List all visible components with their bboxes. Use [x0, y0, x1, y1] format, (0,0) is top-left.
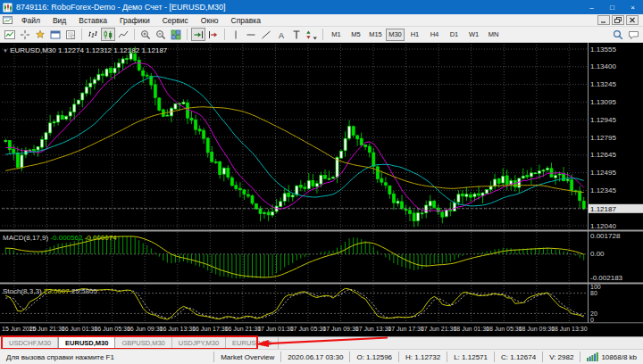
- arrows-icon: [305, 29, 318, 40]
- toolbar-separator: [187, 29, 188, 40]
- svg-text:80: 80: [590, 290, 597, 296]
- svg-text:1.13555: 1.13555: [590, 46, 616, 54]
- status-datetime: 2020.06.17 03:30: [280, 352, 349, 362]
- chart-tab-bar: USDCHF,M30 EURUSD,M30 GBPUSD,M30 USDJPY,…: [0, 336, 643, 349]
- svg-text:1.12645: 1.12645: [590, 151, 616, 159]
- mdi-close-button[interactable]: [626, 15, 639, 25]
- bar-chart-button[interactable]: [86, 28, 100, 41]
- arrows-button[interactable]: [305, 28, 319, 41]
- svg-text:16 Jun 21:30: 16 Jun 21:30: [225, 326, 262, 332]
- status-market-overview: Market Overview: [213, 352, 280, 362]
- horizontal-line-button[interactable]: [244, 28, 258, 41]
- chat-icon: [628, 29, 639, 40]
- timeframe-m1-button[interactable]: M1: [327, 29, 346, 41]
- menu-view[interactable]: Вид: [46, 14, 72, 26]
- tab-eurusd-m30[interactable]: EURUSD,M30: [58, 337, 115, 349]
- templates-button[interactable]: [63, 28, 78, 41]
- trendline-icon: [261, 29, 271, 40]
- text-a-icon: A: [276, 29, 287, 40]
- chat-button[interactable]: [626, 28, 640, 41]
- timeframe-m5-button[interactable]: M5: [347, 29, 365, 41]
- svg-text:15 Jun 21:30: 15 Jun 21:30: [29, 326, 65, 332]
- timeframe-w1-button[interactable]: W1: [464, 29, 483, 41]
- status-close: C: 1.12674: [494, 352, 542, 362]
- menu-help[interactable]: Справка: [225, 14, 267, 26]
- new-order-button[interactable]: [48, 28, 63, 41]
- title-bar: 8749116: RoboForex-Demo - Демо Счет - [E…: [0, 0, 643, 14]
- timeframe-m30-button[interactable]: M30: [386, 29, 405, 41]
- tab-usdchf-m30[interactable]: USDCHF,M30: [3, 337, 58, 349]
- menu-insert[interactable]: Вставка: [72, 14, 113, 26]
- tile-windows-button[interactable]: [169, 28, 183, 41]
- candlestick-chart-button[interactable]: [101, 28, 115, 41]
- zoom-in-icon: [140, 29, 151, 40]
- minimize-button[interactable]: –: [581, 0, 602, 14]
- application-window: 8749116: RoboForex-Demo - Демо Счет - [E…: [0, 0, 643, 364]
- svg-text:17 Jun 13:30: 17 Jun 13:30: [355, 326, 392, 332]
- svg-text:1.12345: 1.12345: [590, 186, 616, 194]
- timeframe-h4-button[interactable]: H4: [425, 29, 444, 41]
- menu-bar: Файл Вид Вставка Графики Сервис Окно Спр…: [0, 14, 643, 27]
- search-icon: [613, 29, 623, 40]
- svg-text:16 Jun 09:30: 16 Jun 09:30: [127, 326, 163, 332]
- svg-text:MACD(8,17,9) -0.000562 -0.0000: MACD(8,17,9) -0.000562 -0.000074: [3, 234, 117, 242]
- close-button[interactable]: ×: [622, 0, 643, 14]
- line-chart-button[interactable]: [116, 28, 130, 41]
- shapes-button[interactable]: [33, 28, 47, 41]
- svg-text:16 Jun 17:30: 16 Jun 17:30: [192, 326, 229, 332]
- timeframe-mn-button[interactable]: MN: [484, 29, 503, 41]
- maximize-button[interactable]: □: [602, 0, 622, 14]
- trendline-button[interactable]: [259, 28, 273, 41]
- toolbar-separator: [224, 29, 225, 40]
- svg-text:16 Jun 05:30: 16 Jun 05:30: [94, 326, 130, 332]
- connection-status-icon: [587, 352, 598, 361]
- chart-window: 1.135551.134001.132451.130951.129451.127…: [0, 43, 643, 336]
- menu-window[interactable]: Окно: [195, 14, 225, 26]
- svg-text:0.001728: 0.001728: [590, 232, 621, 240]
- svg-text:100: 100: [590, 284, 601, 290]
- text-button[interactable]: A: [274, 28, 288, 41]
- svg-text:1.12187: 1.12187: [590, 205, 616, 213]
- auto-scroll-button[interactable]: [191, 28, 205, 41]
- timeframe-h1-button[interactable]: H1: [405, 29, 424, 41]
- svg-text:18 Jun 05:30: 18 Jun 05:30: [486, 326, 522, 332]
- svg-text:17 Jun 05:30: 17 Jun 05:30: [290, 326, 327, 332]
- vertical-line-button[interactable]: [229, 28, 243, 41]
- zoom-out-icon: [155, 29, 166, 40]
- search-symbol-button[interactable]: [611, 28, 625, 41]
- crosshair-button[interactable]: [18, 28, 32, 41]
- svg-text:17 Jun 21:30: 17 Jun 21:30: [421, 326, 457, 332]
- menu-tools[interactable]: Сервис: [156, 14, 195, 26]
- timeframe-d1-button[interactable]: D1: [445, 29, 463, 41]
- svg-text:0: 0: [590, 317, 594, 323]
- status-volume: V: 2982: [542, 352, 580, 362]
- svg-text:A: A: [279, 30, 284, 39]
- status-open: O: 1.12596: [349, 352, 398, 362]
- zoom-out-button[interactable]: [154, 28, 168, 41]
- chart-shift-button[interactable]: [206, 28, 221, 41]
- tab-eurusd-m5[interactable]: EURUSD,M5: [226, 337, 279, 349]
- tab-usdjpy-m30[interactable]: USDJPY,M30: [172, 337, 226, 349]
- text-label-button[interactable]: [289, 28, 304, 41]
- svg-text:18 Jun 13:30: 18 Jun 13:30: [551, 326, 588, 332]
- status-connection: 10868/8 kb: [580, 352, 643, 362]
- chart-canvas[interactable]: 1.135551.134001.132451.130951.129451.127…: [0, 43, 643, 336]
- mdi-minimize-button[interactable]: [597, 15, 610, 25]
- menu-file[interactable]: Файл: [15, 14, 46, 26]
- app-icon: [3, 3, 13, 12]
- new-chart-button[interactable]: [3, 28, 17, 41]
- mdi-restore-button[interactable]: [612, 15, 624, 25]
- svg-text:16 Jun 01:30: 16 Jun 01:30: [62, 326, 98, 332]
- svg-text:16 Jun 13:30: 16 Jun 13:30: [160, 326, 196, 332]
- candlestick-icon: [103, 29, 113, 40]
- svg-text:1.13400: 1.13400: [590, 62, 616, 70]
- toolbar-separator: [322, 29, 323, 40]
- auto-scroll-icon: [193, 29, 204, 40]
- menu-charts[interactable]: Графики: [113, 14, 156, 26]
- chevron-down-icon: [313, 37, 318, 39]
- zoom-in-button[interactable]: [138, 28, 153, 41]
- status-bar: Для вызова справки нажмите F1 Market Ove…: [0, 349, 643, 364]
- timeframe-m15-button[interactable]: M15: [366, 29, 385, 41]
- tab-gbpusd-m30[interactable]: GBPUSD,M30: [115, 337, 171, 349]
- text-label-icon: [291, 29, 302, 40]
